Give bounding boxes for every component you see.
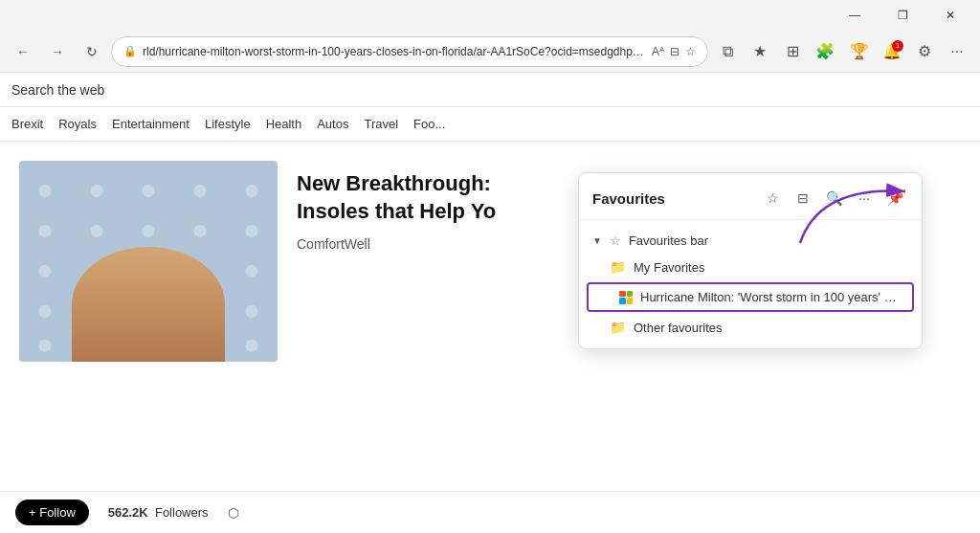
hurricane-item-label: Hurricane Milton: 'Worst storm in 100 ye… [640, 290, 899, 304]
nav-link-brexit[interactable]: Brexit [11, 117, 43, 131]
minimize-button[interactable]: — [833, 0, 877, 31]
main-content: New Breakthrough: Insoles that Help Yo C… [0, 142, 980, 533]
nav-link-royals[interactable]: Royals [58, 117, 97, 131]
favourites-panel: Favourites ☆ ⊟ 🔍 ··· 📌 ▼ ☆ Favourites ba… [578, 172, 923, 349]
external-link-icon[interactable]: ⬡ [228, 505, 239, 521]
title-bar: — ❐ ✕ [0, 0, 980, 31]
refresh-button[interactable]: ↻ [77, 36, 107, 67]
ms-icon-green [627, 291, 634, 298]
toolbar-icon-group: ⧉ ★ ⊞ 🧩 [712, 36, 840, 67]
ms-icon-yellow [627, 298, 634, 304]
notifications-button[interactable]: 🔔 1 [877, 36, 907, 67]
add-tab-button[interactable]: ⊟ [790, 185, 816, 211]
lock-icon: 🔒 [123, 45, 137, 57]
nav-link-entertainment[interactable]: Entertainment [112, 117, 189, 131]
reader-view-icon[interactable]: ⊟ [670, 45, 679, 58]
split-screen-button[interactable]: ⊞ [777, 36, 808, 67]
hurricane-favourite-item[interactable]: Hurricane Milton: 'Worst storm in 100 ye… [587, 282, 914, 312]
favourites-bar-label: Favourites bar [629, 233, 708, 248]
favourites-header: Favourites ☆ ⊟ 🔍 ··· 📌 [579, 173, 922, 220]
bottom-bar: + Follow 562.2K Followers ⬡ [0, 491, 980, 533]
browser-toolbar: ← → ↻ 🔒 rld/hurricane-milton-worst-storm… [0, 31, 980, 73]
more-favourites-button[interactable]: ··· [851, 185, 878, 211]
profile-button[interactable]: 🏆 [844, 36, 875, 67]
favorites-button[interactable]: ★ [745, 36, 775, 67]
nav-link-food[interactable]: Foo... [413, 117, 445, 131]
favorite-star-icon[interactable]: ☆ [685, 45, 696, 58]
article-image [19, 161, 278, 362]
favourites-bar-row[interactable]: ▼ ☆ Favourites bar [579, 228, 922, 254]
favourites-header-icons: ☆ ⊟ 🔍 ··· 📌 [759, 185, 908, 211]
other-folder-icon: 📁 [610, 320, 626, 335]
maximize-button[interactable]: ❐ [880, 0, 924, 31]
ms-icon-blue [619, 298, 626, 304]
followers-count: 562.2K Followers [108, 505, 209, 520]
close-button[interactable]: ✕ [928, 0, 972, 31]
my-favourites-label: My Favorites [634, 260, 704, 275]
more-button[interactable]: ··· [942, 36, 972, 67]
collections-button[interactable]: ⧉ [712, 36, 743, 67]
ms-icon-red [619, 291, 626, 298]
other-favourites-label: Other favourites [634, 321, 723, 335]
my-favourites-row[interactable]: 📁 My Favorites [579, 254, 922, 280]
nav-link-health[interactable]: Health [266, 117, 302, 131]
other-favourites-row[interactable]: 📁 Other favourites [579, 314, 922, 341]
nav-link-travel[interactable]: Travel [364, 117, 398, 131]
back-button[interactable]: ← [8, 36, 38, 67]
hand-illustration [72, 247, 225, 362]
pin-favourites-button[interactable]: 📌 [881, 185, 908, 211]
search-bar-row: Search the web [0, 73, 980, 107]
followers-number: 562.2K [108, 505, 148, 520]
nav-link-lifestyle[interactable]: Lifestyle [205, 117, 251, 131]
folder-icon: 📁 [610, 259, 626, 275]
followers-label: Followers [155, 505, 209, 520]
bar-star-icon: ☆ [610, 233, 621, 248]
right-icon-group: 🏆 🔔 1 ⚙ ··· [844, 36, 972, 67]
favourites-title: Favourites [592, 190, 665, 207]
notification-badge: 1 [892, 40, 903, 52]
address-text: rld/hurricane-milton-worst-storm-in-100-… [143, 45, 646, 58]
search-favourites-button[interactable]: 🔍 [820, 185, 847, 211]
extensions-button[interactable]: 🧩 [810, 36, 840, 67]
address-bar[interactable]: 🔒 rld/hurricane-milton-worst-storm-in-10… [111, 36, 708, 67]
microsoft-icon [619, 291, 633, 304]
chevron-down-icon: ▼ [592, 235, 602, 246]
add-favourite-button[interactable]: ☆ [759, 185, 786, 211]
favourites-body: ▼ ☆ Favourites bar 📁 My Favorites Hurric… [579, 220, 922, 348]
follow-button[interactable]: + Follow [15, 500, 89, 525]
nav-links-row: Brexit Royals Entertainment Lifestyle He… [0, 107, 980, 142]
forward-button[interactable]: → [42, 36, 73, 67]
read-mode-icon[interactable]: Aᴬ [652, 45, 664, 58]
settings-button[interactable]: ⚙ [909, 36, 940, 67]
nav-link-autos[interactable]: Autos [317, 117, 348, 131]
search-bar-text[interactable]: Search the web [11, 82, 104, 98]
